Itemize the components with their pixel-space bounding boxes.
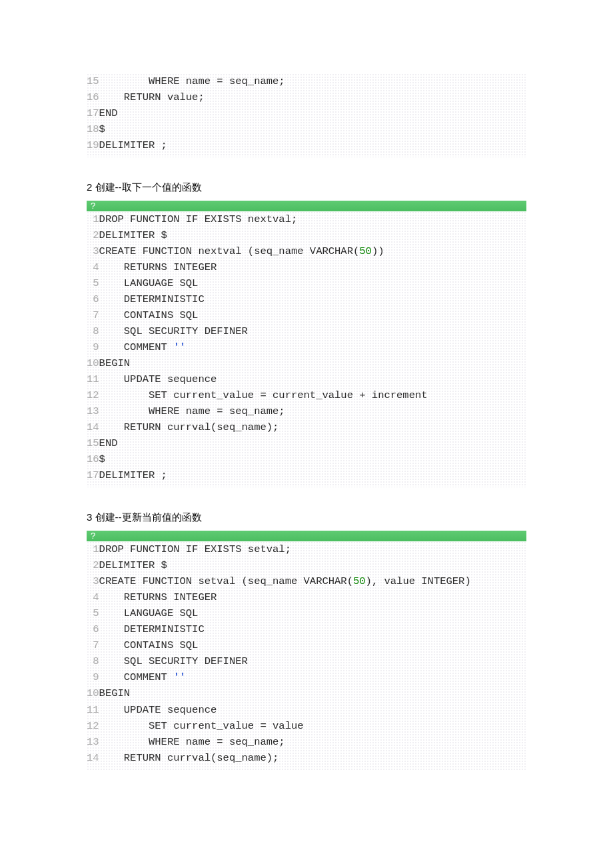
code-text: DETERMINISTIC bbox=[99, 293, 205, 305]
code-text: COMMENT bbox=[99, 671, 174, 683]
code-text: RETURNS INTEGER bbox=[99, 261, 217, 273]
code-lines-3: 1DROP FUNCTION IF EXISTS setval; 2DELIMI… bbox=[87, 541, 526, 765]
code-lines-2: 1DROP FUNCTION IF EXISTS nextval; 2DELIM… bbox=[87, 211, 526, 483]
code-line: 1DROP FUNCTION IF EXISTS nextval; bbox=[87, 211, 526, 227]
code-text: SET current_value = value bbox=[99, 720, 304, 732]
line-number: 5 bbox=[87, 605, 99, 621]
code-text: CONTAINS SQL bbox=[99, 639, 199, 651]
line-number: 14 bbox=[87, 750, 99, 766]
code-text: BEGIN bbox=[99, 687, 131, 699]
code-line: 10BEGIN bbox=[87, 685, 526, 701]
section-title-2: 2 创建--取下一个值的函数 bbox=[87, 181, 526, 194]
code-text: END bbox=[99, 437, 118, 449]
code-text: $ bbox=[99, 453, 105, 465]
line-number: 11 bbox=[87, 702, 99, 718]
code-text: SQL SECURITY DEFINER bbox=[99, 655, 248, 667]
code-text: RETURNS INTEGER bbox=[99, 591, 217, 603]
toolbar-3[interactable]: ? bbox=[87, 531, 526, 541]
code-block-1: 15 WHERE name = seq_name;16 RETURN value… bbox=[87, 73, 526, 157]
line-number: 8 bbox=[87, 653, 99, 669]
code-text: COMMENT bbox=[99, 341, 174, 353]
code-text: LANGUAGE SQL bbox=[99, 607, 199, 619]
line-number: 4 bbox=[87, 259, 99, 275]
line-number: 10 bbox=[87, 685, 99, 701]
code-text: DETERMINISTIC bbox=[99, 623, 205, 635]
line-number: 12 bbox=[87, 718, 99, 734]
code-line: 9 COMMENT '' bbox=[87, 669, 526, 685]
code-line: 9 COMMENT '' bbox=[87, 339, 526, 355]
code-line: 6 DETERMINISTIC bbox=[87, 291, 526, 307]
line-number: 3 bbox=[87, 573, 99, 589]
code-text: SET current_value = current_value + incr… bbox=[99, 389, 428, 401]
code-line: 7 CONTAINS SQL bbox=[87, 637, 526, 653]
line-number: 4 bbox=[87, 589, 99, 605]
line-number: 3 bbox=[87, 243, 99, 259]
code-text: BEGIN bbox=[99, 357, 131, 369]
line-number: 12 bbox=[87, 387, 99, 403]
code-text: CREATE FUNCTION nextval (seq_name VARCHA… bbox=[99, 245, 360, 257]
code-line: 18$ bbox=[87, 121, 526, 137]
number-literal: 50 bbox=[353, 575, 366, 587]
number-literal: 50 bbox=[359, 245, 372, 257]
code-text: WHERE name = seq_name; bbox=[99, 405, 285, 417]
code-line: 17DELIMITER ; bbox=[87, 467, 526, 483]
line-number: 15 bbox=[87, 73, 99, 89]
code-block-2: ? 1DROP FUNCTION IF EXISTS nextval; 2DEL… bbox=[87, 201, 526, 487]
line-number: 2 bbox=[87, 557, 99, 573]
code-text: LANGUAGE SQL bbox=[99, 277, 199, 289]
code-line: 2DELIMITER $ bbox=[87, 557, 526, 573]
code-text: UPDATE sequence bbox=[99, 704, 217, 716]
line-number: 1 bbox=[87, 541, 99, 557]
code-line: 7 CONTAINS SQL bbox=[87, 307, 526, 323]
line-number: 17 bbox=[87, 105, 99, 121]
line-number: 9 bbox=[87, 669, 99, 685]
code-text: $ bbox=[99, 123, 105, 135]
line-number: 10 bbox=[87, 355, 99, 371]
line-number: 5 bbox=[87, 275, 99, 291]
code-text: RETURN value; bbox=[99, 91, 205, 103]
code-text: SQL SECURITY DEFINER bbox=[99, 325, 248, 337]
code-lines-1: 15 WHERE name = seq_name;16 RETURN value… bbox=[87, 73, 526, 153]
line-number: 18 bbox=[87, 121, 99, 137]
code-line: 6 DETERMINISTIC bbox=[87, 621, 526, 637]
code-line: 5 LANGUAGE SQL bbox=[87, 605, 526, 621]
line-number: 6 bbox=[87, 291, 99, 307]
line-number: 6 bbox=[87, 621, 99, 637]
code-line: 11 UPDATE sequence bbox=[87, 371, 526, 387]
line-number: 11 bbox=[87, 371, 99, 387]
code-text: ), value INTEGER) bbox=[366, 575, 471, 587]
code-text: DROP FUNCTION IF EXISTS nextval; bbox=[99, 213, 298, 225]
code-block-3: ? 1DROP FUNCTION IF EXISTS setval; 2DELI… bbox=[87, 531, 526, 769]
code-line: 13 WHERE name = seq_name; bbox=[87, 403, 526, 419]
code-line: 12 SET current_value = current_value + i… bbox=[87, 387, 526, 403]
toolbar-2[interactable]: ? bbox=[87, 201, 526, 211]
code-line: 1DROP FUNCTION IF EXISTS setval; bbox=[87, 541, 526, 557]
code-line: 15END bbox=[87, 435, 526, 451]
line-number: 1 bbox=[87, 211, 99, 227]
code-line: 2DELIMITER $ bbox=[87, 227, 526, 243]
code-text: RETURN currval(seq_name); bbox=[99, 421, 279, 433]
code-line: 8 SQL SECURITY DEFINER bbox=[87, 653, 526, 669]
line-number: 13 bbox=[87, 734, 99, 750]
page-content: 15 WHERE name = seq_name;16 RETURN value… bbox=[0, 0, 613, 810]
code-line: 4 RETURNS INTEGER bbox=[87, 259, 526, 275]
code-text: DELIMITER ; bbox=[99, 139, 167, 151]
line-number: 7 bbox=[87, 307, 99, 323]
code-text: DELIMITER ; bbox=[99, 469, 167, 481]
line-number: 15 bbox=[87, 435, 99, 451]
line-number: 9 bbox=[87, 339, 99, 355]
code-line: 4 RETURNS INTEGER bbox=[87, 589, 526, 605]
section-title-3: 3 创建--更新当前值的函数 bbox=[87, 511, 526, 524]
code-text: )) bbox=[372, 245, 384, 257]
line-number: 7 bbox=[87, 637, 99, 653]
line-number: 19 bbox=[87, 137, 99, 153]
line-number: 13 bbox=[87, 403, 99, 419]
line-number: 16 bbox=[87, 89, 99, 105]
code-line: 14 RETURN currval(seq_name); bbox=[87, 750, 526, 766]
code-line: 10BEGIN bbox=[87, 355, 526, 371]
code-text: DELIMITER $ bbox=[99, 229, 167, 241]
code-text: WHERE name = seq_name; bbox=[99, 75, 285, 87]
code-line: 3CREATE FUNCTION setval (seq_name VARCHA… bbox=[87, 573, 526, 589]
code-line: 17END bbox=[87, 105, 526, 121]
code-line: 16$ bbox=[87, 451, 526, 467]
